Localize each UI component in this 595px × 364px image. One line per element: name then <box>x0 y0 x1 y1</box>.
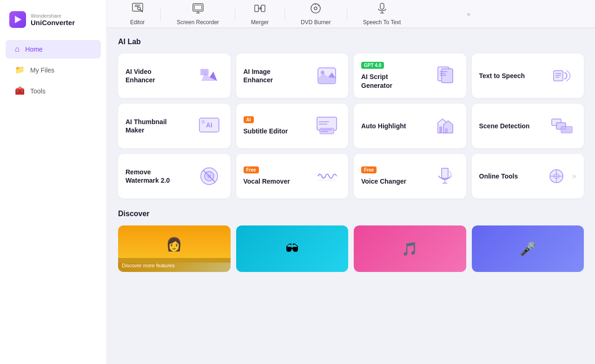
product-name: UniConverter <box>31 19 75 26</box>
auto-highlight-icon <box>431 112 459 140</box>
sidebar-item-tools[interactable]: 🧰 Tools <box>6 81 101 100</box>
discover-card-1-label: Discover more features <box>122 263 175 268</box>
toolbar-speech-to-text-label: Speech To Text <box>363 19 401 26</box>
card-ai-image-enhancer[interactable]: AI ImageEnhancer <box>236 53 349 98</box>
card-remove-watermark[interactable]: RemoveWatermark 2.0 <box>118 154 231 199</box>
discover-card-1[interactable]: Discover more features 👩 <box>118 225 231 272</box>
text-to-speech-icon <box>549 62 576 90</box>
toolbar-editor-label: Editor <box>130 19 145 26</box>
toolbar-merger[interactable]: Merger <box>237 0 283 30</box>
discover-card-2-icon: 🕶 <box>285 241 298 257</box>
ai-image-enhancer-icon <box>313 62 341 90</box>
discover-grid: Discover more features 👩 🕶 🎵 <box>118 225 584 272</box>
free-badge-vocal: Free <box>244 166 259 173</box>
card-scene-detection-content: Scene Detection <box>479 122 549 130</box>
card-ai-script-generator[interactable]: GPT 4.0 AI ScriptGenerator <box>354 53 466 98</box>
card-scene-detection[interactable]: Scene Detection <box>472 104 584 148</box>
svg-rect-46 <box>561 126 572 133</box>
card-scene-detection-title: Scene Detection <box>479 122 549 130</box>
merger-icon <box>254 2 266 17</box>
svg-point-35 <box>201 120 205 124</box>
card-text-to-speech-content: Text to Speech <box>479 72 549 80</box>
ai-script-generator-icon <box>431 62 459 90</box>
toolbar-more-button[interactable]: » <box>463 7 474 21</box>
card-vocal-remover[interactable]: Free Vocal Remover <box>236 154 349 199</box>
discover-card-1-content: Discover more features 👩 <box>118 225 231 272</box>
online-tools-chevron-icon: » <box>572 172 576 180</box>
toolbar-separator-3 <box>284 7 285 21</box>
logo-text: Wondershare UniConverter <box>31 13 75 26</box>
subtitle-editor-icon <box>313 112 341 140</box>
sidebar-item-my-files-label: My Files <box>30 66 54 74</box>
svg-rect-29 <box>554 71 563 81</box>
svg-text:AI: AI <box>206 121 212 129</box>
card-ai-script-generator-content: GPT 4.0 AI ScriptGenerator <box>361 62 431 89</box>
svg-rect-42 <box>439 126 442 133</box>
toolbar: Editor Screen Recorder <box>107 0 595 28</box>
toolbar-screen-recorder-label: Screen Recorder <box>177 19 219 26</box>
card-auto-highlight[interactable]: Auto Highlight <box>354 104 466 148</box>
main-content: 🎁 👤 🎧 ☰ — □ ✕ <box>107 0 595 364</box>
toolbar-dvd-burner-label: DVD Burner <box>301 19 331 26</box>
toolbar-dvd-burner[interactable]: DVD Burner <box>287 0 345 30</box>
card-text-to-speech-title: Text to Speech <box>479 72 549 80</box>
discover-card-1-overlay: Discover more features <box>118 258 231 272</box>
svg-rect-17 <box>380 3 384 9</box>
screen-recorder-icon <box>192 2 204 17</box>
ai-badge: AI <box>244 116 254 123</box>
card-online-tools-content: Online Tools <box>479 172 543 180</box>
toolbar-editor[interactable]: Editor <box>116 0 159 30</box>
svg-point-5 <box>138 7 140 10</box>
card-subtitle-editor-title: Subtitle Editor <box>244 127 313 135</box>
svg-point-23 <box>321 71 324 74</box>
sidebar-item-home[interactable]: ⌂ Home <box>6 40 101 59</box>
discover-card-4-icon: 🎤 <box>520 241 536 257</box>
card-ai-video-enhancer[interactable]: AI VideoEnhancer <box>118 53 231 98</box>
card-remove-watermark-content: RemoveWatermark 2.0 <box>126 168 195 185</box>
editor-icon <box>132 2 144 17</box>
svg-rect-43 <box>445 128 448 133</box>
card-subtitle-editor[interactable]: AI Subtitle Editor <box>236 104 349 148</box>
card-vocal-remover-content: Free Vocal Remover <box>244 166 313 185</box>
card-voice-changer[interactable]: Free Voice Changer <box>354 154 466 199</box>
ai-lab-grid: AI VideoEnhancer AI ImageEnhancer <box>118 53 584 199</box>
discover-card-3[interactable]: 🎵 <box>354 225 466 272</box>
card-ai-image-enhancer-title: AI ImageEnhancer <box>244 67 313 84</box>
card-ai-script-generator-title: AI ScriptGenerator <box>361 73 431 89</box>
sidebar-item-my-files[interactable]: 📁 My Files <box>6 60 101 79</box>
ai-lab-title: AI Lab <box>118 38 584 46</box>
toolbar-speech-to-text[interactable]: Speech To Text <box>349 0 415 30</box>
card-ai-video-enhancer-title: AI VideoEnhancer <box>126 67 195 84</box>
card-ai-video-enhancer-content: AI VideoEnhancer <box>126 67 195 84</box>
toolbar-screen-recorder[interactable]: Screen Recorder <box>163 0 233 30</box>
card-ai-thumbnail-maker-content: AI ThumbnailMaker <box>126 118 195 134</box>
sidebar: Wondershare UniConverter ⌂ Home 📁 My Fil… <box>0 0 107 364</box>
ai-thumbnail-maker-icon: AI <box>195 112 223 140</box>
app-logo-icon <box>9 11 26 28</box>
card-online-tools[interactable]: Online Tools » <box>472 154 584 199</box>
brand-name: Wondershare <box>31 13 75 19</box>
online-tools-icon <box>542 162 570 190</box>
svg-rect-7 <box>194 5 202 10</box>
svg-rect-25 <box>442 69 453 83</box>
ai-video-enhancer-icon <box>195 62 223 90</box>
svg-point-14 <box>314 7 317 10</box>
toolbar-separator-4 <box>347 7 347 21</box>
discover-card-2[interactable]: 🕶 <box>236 225 349 272</box>
dvd-burner-icon <box>310 2 322 17</box>
discover-card-1-icon: 👩 <box>166 237 182 252</box>
speech-to-text-icon <box>376 2 388 17</box>
card-voice-changer-title: Voice Changer <box>361 177 431 185</box>
svg-rect-37 <box>320 128 334 134</box>
remove-watermark-icon <box>195 162 223 190</box>
svg-rect-11 <box>261 5 265 12</box>
toolbar-separator-2 <box>235 7 235 21</box>
top-bar: 🎁 👤 🎧 ☰ — □ ✕ <box>107 0 595 28</box>
toolbar-items: Editor Screen Recorder <box>116 0 463 30</box>
svg-line-16 <box>318 5 319 6</box>
card-ai-thumbnail-maker-title: AI ThumbnailMaker <box>126 118 195 134</box>
card-text-to-speech[interactable]: Text to Speech <box>472 53 584 98</box>
discover-card-4[interactable]: 🎤 <box>472 225 584 272</box>
svg-marker-0 <box>15 16 21 23</box>
card-ai-thumbnail-maker[interactable]: AI ThumbnailMaker AI <box>118 104 231 148</box>
